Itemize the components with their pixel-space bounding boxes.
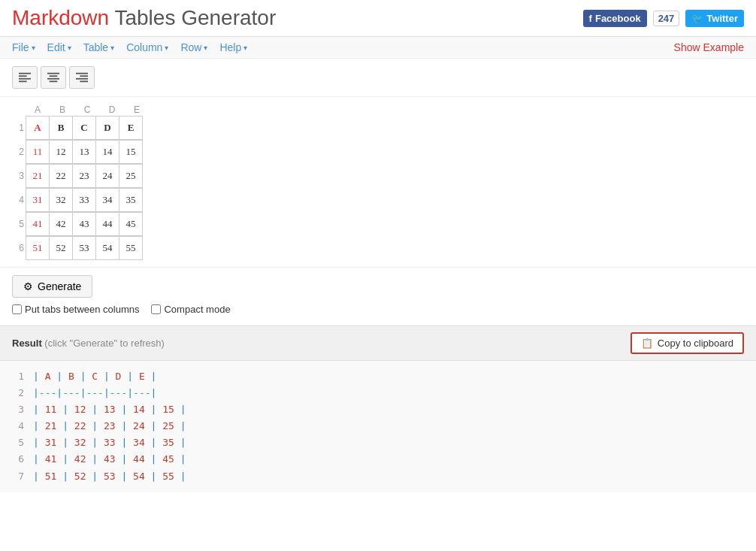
- result-title: Result: [12, 338, 42, 349]
- line-number: 7: [12, 468, 24, 485]
- svg-rect-2: [19, 78, 31, 80]
- line-content: |---|---|---|---|---|: [33, 385, 156, 401]
- line-content: | 31 | 32 | 33 | 34 | 35 |: [33, 434, 186, 451]
- nav-file[interactable]: File ▾: [12, 41, 35, 53]
- chevron-down-icon: ▾: [110, 44, 114, 52]
- result-line: 7| 51 | 52 | 53 | 54 | 55 |: [12, 468, 744, 485]
- twitter-label: Twitter: [706, 13, 738, 24]
- row-num-1: 1: [12, 123, 24, 133]
- line-number: 5: [12, 434, 24, 451]
- cell-5-e[interactable]: 45: [119, 212, 143, 236]
- col-header-e: E: [125, 104, 149, 115]
- col-header-a: A: [26, 104, 50, 115]
- cell-5-d[interactable]: 44: [95, 212, 119, 236]
- nav-table[interactable]: Table ▾: [83, 41, 114, 53]
- svg-rect-6: [47, 78, 59, 80]
- line-content: | 51 | 52 | 53 | 54 | 55 |: [33, 468, 186, 485]
- result-sublabel: (click "Generate" to refresh): [44, 338, 165, 349]
- svg-rect-4: [47, 73, 59, 74]
- chevron-down-icon: ▾: [68, 44, 71, 52]
- facebook-count: 247: [653, 11, 680, 26]
- cell-2-c[interactable]: 13: [72, 140, 96, 164]
- svg-rect-0: [19, 73, 31, 74]
- row-num-2: 2: [12, 147, 24, 157]
- line-content: | 41 | 42 | 43 | 44 | 45 |: [33, 451, 186, 468]
- cell-3-d[interactable]: 24: [95, 164, 119, 188]
- line-content: | A | B | C | D | E |: [33, 368, 156, 385]
- cell-1-e[interactable]: E: [119, 116, 143, 140]
- line-number: 3: [12, 401, 24, 418]
- column-headers: A B C D E: [26, 104, 162, 115]
- cell-5-b[interactable]: 42: [49, 212, 73, 236]
- cell-6-c[interactable]: 53: [72, 236, 96, 260]
- gear-icon: ⚙: [23, 280, 33, 292]
- cell-5-c[interactable]: 43: [72, 212, 96, 236]
- chevron-down-icon: ▾: [165, 44, 168, 52]
- cell-3-e[interactable]: 25: [119, 164, 143, 188]
- cell-6-a[interactable]: 51: [26, 236, 50, 260]
- facebook-button[interactable]: f Facebook: [583, 10, 647, 27]
- twitter-button[interactable]: 🐦 Twitter: [685, 10, 744, 27]
- toolbar: [0, 59, 756, 97]
- align-left-icon: [19, 72, 31, 83]
- align-right-button[interactable]: [69, 66, 95, 89]
- result-header: Result (click "Generate" to refresh) 📋 C…: [0, 326, 756, 361]
- compact-checkbox[interactable]: [151, 304, 161, 314]
- clipboard-icon: 📋: [641, 338, 653, 349]
- svg-rect-7: [50, 80, 58, 82]
- nav-column[interactable]: Column ▾: [126, 41, 168, 53]
- cell-4-c[interactable]: 33: [72, 188, 96, 212]
- cell-5-a[interactable]: 41: [26, 212, 50, 236]
- align-left-button[interactable]: [12, 66, 38, 89]
- tabs-option[interactable]: Put tabs between columns: [12, 304, 139, 315]
- col-header-d: D: [100, 104, 124, 115]
- cell-1-a[interactable]: A: [26, 116, 50, 140]
- cell-2-a[interactable]: 11: [26, 140, 50, 164]
- align-right-icon: [76, 72, 88, 83]
- compact-option[interactable]: Compact mode: [151, 304, 230, 315]
- nav-help[interactable]: Help ▾: [219, 41, 247, 53]
- result-label: Result (click "Generate" to refresh): [12, 338, 165, 349]
- cell-6-e[interactable]: 55: [119, 236, 143, 260]
- cell-1-b[interactable]: B: [49, 116, 73, 140]
- svg-rect-3: [19, 80, 27, 82]
- cell-2-b[interactable]: 12: [49, 140, 73, 164]
- svg-rect-10: [76, 78, 88, 80]
- table-row: 5 41 42 43 44 45: [12, 212, 162, 235]
- col-header-c: C: [75, 104, 99, 115]
- table-row: 3 21 22 23 24 25: [12, 164, 162, 187]
- table-row: 4 31 32 33 34 35: [12, 188, 162, 211]
- chevron-down-icon: ▾: [243, 44, 247, 52]
- copy-to-clipboard-button[interactable]: 📋 Copy to clipboard: [631, 332, 744, 354]
- result-line: 5| 31 | 32 | 33 | 34 | 35 |: [12, 434, 744, 451]
- cell-3-b[interactable]: 22: [49, 164, 73, 188]
- cell-6-d[interactable]: 54: [95, 236, 119, 260]
- options-row: Put tabs between columns Compact mode: [12, 304, 744, 315]
- show-example-button[interactable]: Show Example: [674, 41, 744, 53]
- cell-1-c[interactable]: C: [72, 116, 96, 140]
- cell-2-d[interactable]: 14: [95, 140, 119, 164]
- cell-4-a[interactable]: 31: [26, 188, 50, 212]
- nav-row[interactable]: Row ▾: [180, 41, 207, 53]
- svg-rect-11: [80, 80, 88, 82]
- result-line: 4| 21 | 22 | 23 | 24 | 25 |: [12, 418, 744, 434]
- generate-button[interactable]: ⚙ Generate: [12, 275, 92, 298]
- tabs-checkbox[interactable]: [12, 304, 22, 314]
- nav-edit[interactable]: Edit ▾: [47, 41, 71, 53]
- cell-3-a[interactable]: 21: [26, 164, 50, 188]
- line-number: 1: [12, 368, 24, 385]
- cell-2-e[interactable]: 15: [119, 140, 143, 164]
- cell-3-c[interactable]: 23: [72, 164, 96, 188]
- title-rest: Tables Generator: [109, 6, 276, 29]
- table-row: 2 11 12 13 14 15: [12, 140, 162, 163]
- svg-rect-8: [76, 73, 88, 74]
- col-header-b: B: [50, 104, 74, 115]
- cell-4-b[interactable]: 32: [49, 188, 73, 212]
- align-center-button[interactable]: [41, 66, 66, 89]
- cell-4-e[interactable]: 35: [119, 188, 143, 212]
- cell-6-b[interactable]: 52: [49, 236, 73, 260]
- table-row: 1 A B C D E: [12, 116, 162, 139]
- header: Markdown Tables Generator f Facebook 247…: [0, 0, 756, 37]
- cell-1-d[interactable]: D: [95, 116, 119, 140]
- cell-4-d[interactable]: 34: [95, 188, 119, 212]
